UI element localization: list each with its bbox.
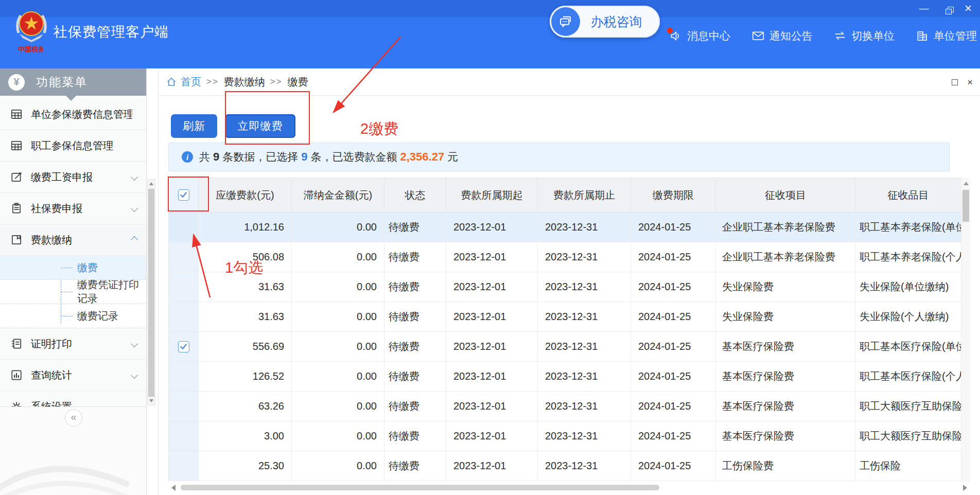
sidebar-footer: «	[0, 406, 146, 495]
cell-deadline: 2024-01-25	[631, 242, 716, 272]
chevron-down-icon	[131, 205, 138, 212]
menu-unit-manage[interactable]: 单位管理	[916, 29, 977, 43]
table-row[interactable]: 63.26 0.00 待缴费 2023-12-01 2023-12-31 202…	[169, 392, 961, 421]
cell-period-start: 2023-12-01	[446, 332, 538, 362]
cell-late-fee: 0.00	[292, 213, 384, 242]
chevron-up-icon	[131, 236, 138, 243]
cell-period-start: 2023-12-01	[446, 392, 538, 421]
topbar-menu: 消息中心 通知公告 切换单位	[669, 29, 977, 43]
print-icon	[10, 338, 23, 350]
scroll-up-icon[interactable]	[964, 182, 969, 185]
scroll-up-icon[interactable]	[149, 182, 153, 185]
sidebar-item-employee-insurance-info[interactable]: 职工参保信息管理	[0, 130, 146, 162]
table-row[interactable]: 506.08 0.00 待缴费 2023-12-01 2023-12-31 20…	[169, 242, 961, 272]
info-icon: i	[182, 151, 193, 163]
cell-amount: 31.63	[199, 302, 292, 332]
menu-switch-unit[interactable]: 切换单位	[833, 29, 895, 43]
sidebar-subitem-pay[interactable]: 缴费	[0, 256, 146, 279]
sidebar-item-certificate-print[interactable]: 证明打印	[0, 328, 146, 360]
scrollbar-thumb[interactable]	[148, 189, 154, 397]
app-window: 中国税务 社保费管理客户端 办税咨询	[0, 0, 980, 495]
scroll-right-icon[interactable]	[963, 485, 967, 491]
selection-summary-bar: i 共 9 条数据，已选择 9 条，已选费款金额 2,356.27 元	[168, 143, 950, 171]
scroll-left-icon[interactable]	[171, 485, 176, 491]
select-all-cell	[169, 178, 199, 213]
tax-consult-button[interactable]: 办税咨询	[550, 6, 660, 38]
row-select-cell[interactable]	[169, 362, 199, 392]
breadcrumb-level1[interactable]: 费款缴纳	[224, 75, 265, 89]
cell-levy-item: 基本医疗保险费	[716, 332, 855, 362]
cell-levy-sub-item: 职工基本养老保险(个人	[855, 242, 961, 272]
cell-deadline: 2024-01-25	[631, 392, 716, 421]
table-vertical-scrollbar[interactable]	[961, 178, 970, 482]
row-checkbox[interactable]	[178, 341, 189, 352]
cell-amount: 31.63	[199, 272, 292, 302]
sidebar-header-notch	[66, 96, 76, 101]
cell-levy-sub-item: 失业保险(个人缴纳)	[855, 302, 961, 332]
sidebar-item-fee-payment[interactable]: 费款缴纳	[0, 224, 146, 256]
edit-icon	[10, 171, 23, 183]
cell-status: 待缴费	[384, 213, 446, 242]
cell-period-end: 2023-12-31	[538, 213, 631, 242]
sidebar-header: ¥ 功能菜单	[0, 68, 146, 96]
pay-now-button[interactable]: 立即缴费	[225, 114, 295, 138]
row-select-cell[interactable]	[169, 332, 199, 362]
refresh-button[interactable]: 刷新	[171, 114, 217, 138]
notification-dot	[667, 28, 673, 33]
cell-late-fee: 0.00	[292, 392, 384, 421]
scroll-down-icon[interactable]	[149, 399, 153, 402]
row-select-cell[interactable]	[169, 213, 199, 242]
sidebar-title: 功能菜单	[36, 74, 87, 90]
cell-levy-sub-item: 职工大额医疗互助保险	[855, 421, 961, 451]
row-select-cell[interactable]	[169, 392, 199, 421]
cell-status: 待缴费	[384, 362, 446, 392]
menu-label: 消息中心	[687, 29, 730, 43]
row-select-cell[interactable]	[169, 302, 199, 332]
sidebar-item-query-statistics[interactable]: 查询统计	[0, 360, 146, 391]
close-button[interactable]: ×	[962, 3, 974, 13]
panel-close-icon[interactable]: ×	[967, 77, 973, 87]
cell-levy-item: 工伤保险费	[716, 451, 855, 481]
table-row[interactable]: 126.52 0.00 待缴费 2023-12-01 2023-12-31 20…	[169, 362, 961, 392]
watermark-decoration	[0, 418, 146, 495]
cell-late-fee: 0.00	[292, 242, 384, 272]
row-select-cell[interactable]	[169, 451, 199, 481]
menu-notice[interactable]: 通知公告	[751, 29, 813, 43]
select-all-checkbox[interactable]	[178, 189, 189, 201]
chart-icon	[10, 369, 23, 381]
gear-icon	[10, 400, 23, 406]
scrollbar-thumb[interactable]	[181, 485, 659, 490]
sidebar-item-wage-declare[interactable]: 缴费工资申报	[0, 162, 146, 193]
table-row[interactable]: 556.69 0.00 待缴费 2023-12-01 2023-12-31 20…	[169, 332, 961, 362]
table-row[interactable]: 31.63 0.00 待缴费 2023-12-01 2023-12-31 202…	[169, 272, 961, 302]
cell-amount: 63.26	[199, 392, 292, 421]
table-body: 1,012.16 0.00 待缴费 2023-12-01 2023-12-31 …	[169, 213, 961, 481]
row-select-cell[interactable]	[169, 272, 199, 302]
sidebar-item-social-fee-declare[interactable]: 社保费申报	[0, 193, 146, 224]
sidebar-item-unit-insurance-info[interactable]: 单位参保缴费信息管理	[0, 99, 146, 130]
panel-restore-icon[interactable]	[952, 79, 958, 85]
minimize-button[interactable]: —	[918, 3, 930, 13]
row-select-cell[interactable]	[169, 421, 199, 451]
menu-message-center[interactable]: 消息中心	[669, 29, 730, 43]
cell-deadline: 2024-01-25	[631, 451, 716, 481]
table-horizontal-scrollbar[interactable]	[168, 483, 970, 493]
breadcrumb-level2[interactable]: 缴费	[288, 75, 308, 89]
sidebar-subitem-payment-records[interactable]: 缴费记录	[0, 304, 146, 328]
cell-period-start: 2023-12-01	[446, 302, 538, 332]
scrollbar-thumb[interactable]	[962, 190, 969, 222]
row-select-cell[interactable]	[169, 242, 199, 272]
table-row[interactable]: 31.63 0.00 待缴费 2023-12-01 2023-12-31 202…	[169, 302, 961, 332]
cell-period-end: 2023-12-31	[538, 302, 631, 332]
table-row[interactable]: 1,012.16 0.00 待缴费 2023-12-01 2023-12-31 …	[169, 213, 961, 242]
breadcrumb-home[interactable]: 首页	[181, 75, 201, 89]
app-titlebar: 中国税务 社保费管理客户端 办税咨询	[0, 0, 980, 68]
table-row[interactable]: 3.00 0.00 待缴费 2023-12-01 2023-12-31 2024…	[169, 421, 961, 451]
table-row[interactable]: 25.30 0.00 待缴费 2023-12-01 2023-12-31 202…	[169, 451, 961, 481]
sidebar-item-system-settings[interactable]: 系统设置	[0, 391, 146, 406]
cell-deadline: 2024-01-25	[631, 332, 716, 362]
sidebar-scrollbar[interactable]	[147, 179, 155, 405]
sidebar-subitem-voucher-print-records[interactable]: 缴费凭证打印记录	[0, 279, 146, 304]
cell-levy-sub-item: 职工基本医疗保险(个人	[855, 362, 961, 392]
cell-status: 待缴费	[384, 421, 446, 451]
